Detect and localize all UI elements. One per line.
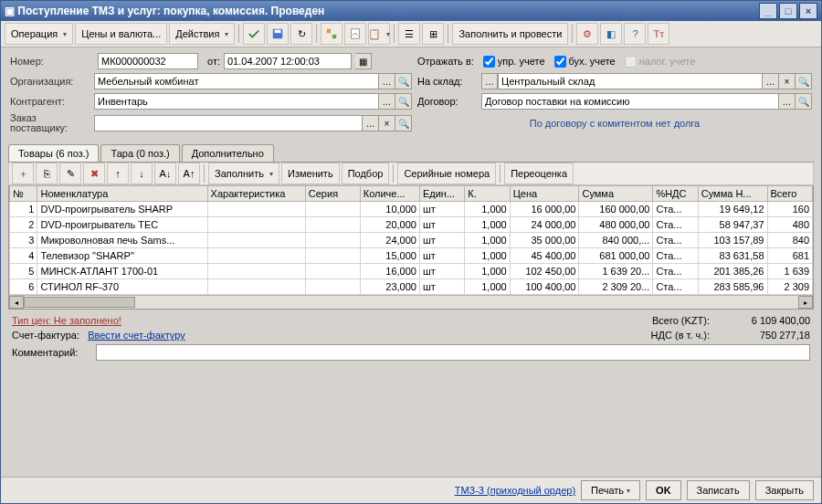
order-x-icon[interactable]: ×: [379, 115, 395, 131]
col-vat[interactable]: Сумма Н...: [698, 186, 767, 202]
cell-nomen[interactable]: СТИНОЛ RF-370: [37, 279, 207, 295]
cell-char[interactable]: [207, 202, 305, 217]
cell-nomen[interactable]: МИНСК-АТЛАНТ 1700-01: [37, 264, 207, 279]
del-row-icon[interactable]: ✖: [83, 163, 105, 184]
tab-tara[interactable]: Тара (0 поз.): [100, 144, 179, 162]
cell-char[interactable]: [207, 233, 305, 248]
move-down-icon[interactable]: ↓: [131, 163, 153, 184]
cell-qty[interactable]: 24,000: [360, 233, 419, 248]
scroll-left-icon[interactable]: ◂: [9, 296, 24, 309]
cell-vat[interactable]: 83 631,58: [698, 248, 767, 264]
cell-total[interactable]: 2 309: [767, 279, 813, 295]
cell-n[interactable]: 6: [10, 279, 37, 295]
cell-series[interactable]: [305, 264, 360, 279]
cell-qty[interactable]: 10,000: [360, 202, 419, 217]
fill-post-button[interactable]: Заполнить и провести: [452, 23, 568, 45]
cell-vatp[interactable]: Ста...: [653, 233, 698, 248]
close-button[interactable]: ×: [799, 3, 817, 19]
cell-sum[interactable]: 840 000,...: [579, 233, 653, 248]
cell-vatp[interactable]: Ста...: [653, 202, 698, 217]
cell-series[interactable]: [305, 279, 360, 295]
cell-unit[interactable]: шт: [419, 248, 464, 264]
save-icon[interactable]: [267, 23, 289, 45]
ok-button[interactable]: OK: [646, 480, 681, 500]
col-qty[interactable]: Количе...: [360, 186, 419, 202]
structure-icon[interactable]: [321, 23, 342, 45]
col-sum[interactable]: Сумма: [579, 186, 653, 202]
cell-k[interactable]: 1,000: [465, 202, 510, 217]
basis-icon[interactable]: 📋: [368, 23, 390, 45]
settings-icon[interactable]: ⚙: [576, 23, 598, 45]
cell-sum[interactable]: 681 000,00: [579, 248, 653, 264]
print-button[interactable]: Печать: [581, 480, 640, 500]
cell-k[interactable]: 1,000: [465, 233, 510, 248]
sort-desc-icon[interactable]: A↑: [178, 163, 200, 184]
cell-vat[interactable]: 201 385,26: [698, 264, 767, 279]
sort-asc-icon[interactable]: A↓: [154, 163, 176, 184]
cell-series[interactable]: [305, 233, 360, 248]
cell-series[interactable]: [305, 248, 360, 264]
warehouse-field[interactable]: Центральный склад: [498, 73, 763, 89]
prices-button[interactable]: Цены и валюта...: [75, 23, 167, 45]
cell-n[interactable]: 4: [10, 248, 37, 264]
cell-k[interactable]: 1,000: [465, 248, 510, 264]
cell-char[interactable]: [207, 217, 305, 233]
cell-n[interactable]: 3: [10, 233, 37, 248]
help-icon[interactable]: ?: [624, 23, 646, 45]
operation-menu[interactable]: Операция: [5, 23, 73, 45]
cell-qty[interactable]: 20,000: [360, 217, 419, 233]
contract-open-icon[interactable]: 🔍: [796, 93, 812, 110]
date-picker-icon[interactable]: ▦: [355, 53, 372, 69]
cell-price[interactable]: 24 000,00: [510, 217, 579, 233]
table-row[interactable]: 1DVD-проигрыватель SHARP10,000шт1,00016 …: [10, 202, 813, 217]
cell-unit[interactable]: шт: [419, 264, 464, 279]
change-button[interactable]: Изменить: [281, 163, 340, 184]
cell-vatp[interactable]: Ста...: [653, 248, 698, 264]
cell-vat[interactable]: 103 157,89: [698, 233, 767, 248]
cell-vat[interactable]: 58 947,37: [698, 217, 767, 233]
cell-total[interactable]: 160: [767, 202, 813, 217]
cell-qty[interactable]: 15,000: [360, 248, 419, 264]
contract-field[interactable]: Договор поставки на комиссию: [481, 93, 779, 110]
cell-n[interactable]: 5: [10, 264, 37, 279]
scroll-right-icon[interactable]: ▸: [798, 296, 813, 309]
cell-qty[interactable]: 16,000: [360, 264, 419, 279]
list-icon[interactable]: ☰: [398, 23, 420, 45]
cell-k[interactable]: 1,000: [465, 279, 510, 295]
move-up-icon[interactable]: ↑: [107, 163, 129, 184]
cell-total[interactable]: 480: [767, 217, 813, 233]
cell-price[interactable]: 45 400,00: [510, 248, 579, 264]
cell-total[interactable]: 840: [767, 233, 813, 248]
contr-field[interactable]: Инвентарь: [94, 93, 379, 110]
actions-menu[interactable]: Действия: [169, 23, 235, 45]
cell-vatp[interactable]: Ста...: [653, 217, 698, 233]
org-open-icon[interactable]: 🔍: [395, 73, 412, 89]
cell-sum[interactable]: 1 639 20...: [579, 264, 653, 279]
minimize-button[interactable]: _: [759, 3, 777, 19]
number-field[interactable]: МК000000032: [98, 53, 198, 69]
chk-upr[interactable]: упр. учете: [483, 56, 545, 68]
goods-grid[interactable]: №НоменклатураХарактеристикаСерияКоличе..…: [8, 185, 814, 310]
order-open-icon[interactable]: 🔍: [395, 115, 412, 131]
warehouse-clear-icon[interactable]: …: [481, 73, 498, 89]
copy-row-icon[interactable]: ⎘: [36, 163, 58, 184]
cell-k[interactable]: 1,000: [465, 264, 510, 279]
refresh-icon[interactable]: ↻: [290, 23, 312, 45]
col-unit[interactable]: Един...: [419, 186, 464, 202]
warehouse-select-icon[interactable]: …: [763, 73, 779, 89]
add-row-icon[interactable]: ＋: [12, 163, 34, 184]
col-char[interactable]: Характеристика: [207, 186, 305, 202]
tab-goods[interactable]: Товары (6 поз.): [8, 144, 99, 162]
cell-vat[interactable]: 19 649,12: [698, 202, 767, 217]
contr-select-icon[interactable]: …: [379, 93, 395, 110]
h-scrollbar[interactable]: ◂ ▸: [9, 295, 813, 309]
cell-unit[interactable]: шт: [419, 217, 464, 233]
cell-unit[interactable]: шт: [419, 279, 464, 295]
cell-unit[interactable]: шт: [419, 233, 464, 248]
cell-char[interactable]: [207, 279, 305, 295]
cell-series[interactable]: [305, 202, 360, 217]
cell-series[interactable]: [305, 217, 360, 233]
cell-price[interactable]: 102 450,00: [510, 264, 579, 279]
reval-button[interactable]: Переоценка: [504, 163, 574, 184]
fill-menu[interactable]: Заполнить: [208, 163, 279, 184]
